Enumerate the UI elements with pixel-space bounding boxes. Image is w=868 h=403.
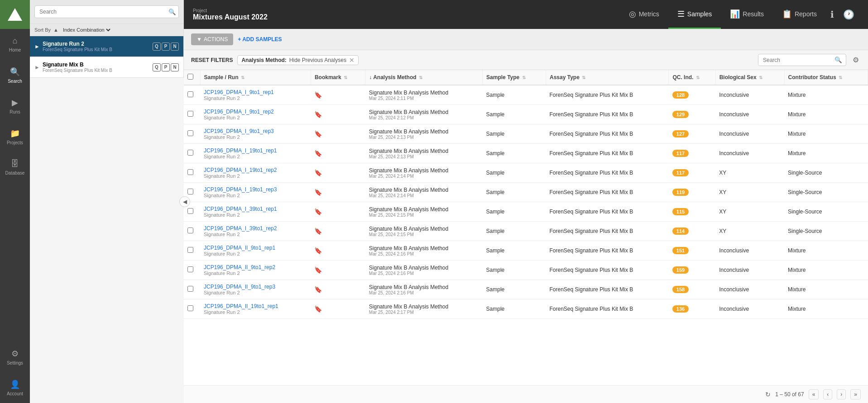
info-button[interactable]: ℹ	[826, 9, 839, 20]
sample-link[interactable]: JCP196_DPMA_I_39to1_rep2	[204, 225, 277, 232]
table-search-button[interactable]: 🔍	[831, 54, 846, 66]
nav-reports[interactable]: 📋 Reports	[773, 0, 826, 29]
bookmark-icon[interactable]: 🔖	[314, 286, 322, 293]
row-contributor-status: Single-Source	[784, 202, 868, 222]
sidebar-search-input[interactable]	[34, 5, 179, 18]
bookmark-icon[interactable]: 🔖	[314, 208, 322, 215]
sample-link[interactable]: JCP196_DPMA_I_19to1_rep1	[204, 147, 277, 154]
bookmark-icon[interactable]: 🔖	[314, 111, 322, 118]
row-analysis-method-name: Signature Mix B Analysis Method	[369, 187, 479, 193]
nav-results[interactable]: 📊 Results	[721, 0, 773, 29]
table-search-input[interactable]	[758, 55, 831, 66]
expand-button-1[interactable]: ►	[34, 43, 40, 50]
refresh-button[interactable]: ↻	[765, 391, 771, 398]
bookmark-icon[interactable]: 🔖	[314, 150, 322, 157]
pagination-prev-button[interactable]: ‹	[823, 389, 832, 399]
sample-link[interactable]: JCP196_DPMA_I_19to1_rep3	[204, 186, 277, 193]
row-contributor-status: Mixture	[784, 241, 868, 261]
sidebar-search-button[interactable]: 🔍	[168, 9, 176, 15]
nav-item-account[interactable]: 👤 Account	[0, 372, 30, 403]
row-assay-type: ForenSeq Signature Plus Kit Mix B	[546, 299, 669, 319]
row-checkbox[interactable]	[187, 247, 193, 253]
row-contributor-status: Single-Source	[784, 183, 868, 202]
history-button[interactable]: 🕐	[839, 9, 859, 20]
row-checkbox[interactable]	[187, 130, 193, 136]
nav-item-runs[interactable]: ▶ Runs	[0, 90, 30, 121]
add-samples-button[interactable]: + ADD SAMPLES	[238, 36, 282, 43]
nav-metrics[interactable]: ◎ Metrics	[620, 0, 668, 29]
col-qc-ind-sort-icon: ⇅	[696, 75, 700, 80]
row-contributor-status: Single-Source	[784, 163, 868, 183]
col-assay-type-label: Assay Type	[550, 74, 580, 81]
nav-item-settings[interactable]: ⚙ Settings	[0, 341, 30, 372]
nav-item-search[interactable]: 🔍 Search	[0, 60, 30, 90]
row-sample-cell: JCP196_DPMA_I_19to1_rep3 Signature Run 2	[200, 183, 311, 202]
row-checkbox[interactable]	[187, 228, 193, 233]
sample-link[interactable]: JCP196_DPMA_I_39to1_rep1	[204, 206, 277, 212]
q-badge-2: Q	[153, 63, 161, 71]
pagination-last-button[interactable]: »	[850, 389, 861, 399]
table-search-box: 🔍	[758, 54, 846, 66]
bookmark-icon[interactable]: 🔖	[314, 266, 322, 274]
row-checkbox-cell	[184, 124, 200, 144]
col-analysis-method-sort-icon: ⇅	[419, 75, 422, 80]
bookmark-icon[interactable]: 🔖	[314, 305, 322, 313]
col-bookmark[interactable]: Bookmark ⇅	[311, 70, 365, 85]
table-settings-button[interactable]: ⚙	[851, 54, 861, 66]
actions-button[interactable]: ▼ ACTIONS	[191, 33, 233, 45]
sample-link[interactable]: JCP196_DPMA_II_9to1_rep3	[204, 284, 275, 290]
row-checkbox[interactable]	[187, 286, 193, 292]
remove-filter-button[interactable]: ✕	[349, 57, 355, 63]
nav-samples[interactable]: ☰ Samples	[668, 0, 721, 29]
bookmark-icon[interactable]: 🔖	[314, 91, 322, 99]
sample-link[interactable]: JCP196_DPMA_II_9to1_rep2	[204, 264, 275, 270]
row-checkbox[interactable]	[187, 111, 193, 117]
bookmark-icon[interactable]: 🔖	[314, 189, 322, 196]
col-qc-ind[interactable]: QC. Ind. ⇅	[669, 70, 715, 85]
sort-select[interactable]: Index Combination	[61, 27, 112, 33]
row-checkbox[interactable]	[187, 266, 193, 272]
sample-link[interactable]: JCP196_DPMA_II_9to1_rep1	[204, 245, 275, 251]
row-analysis-method-date: Mar 25, 2024 2:16 PM	[369, 290, 479, 295]
expand-button-2[interactable]: ►	[34, 64, 40, 71]
bookmark-icon[interactable]: 🔖	[314, 130, 322, 137]
sample-link[interactable]: JCP196_DPMA_I_19to1_rep2	[204, 167, 277, 173]
row-checkbox[interactable]	[187, 150, 193, 156]
col-analysis-method-label: ↓ Analysis Method	[369, 74, 416, 81]
bookmark-icon[interactable]: 🔖	[314, 228, 322, 235]
collapse-sidebar-button[interactable]: ◀	[179, 196, 190, 207]
sidebar-item-signature-mix-b[interactable]: ► Signature Mix B ForenSeq Signature Plu…	[30, 57, 183, 78]
row-checkbox[interactable]	[187, 169, 193, 175]
pagination-first-button[interactable]: «	[809, 389, 819, 399]
nav-item-projects[interactable]: 📁 Projects	[0, 121, 30, 152]
col-analysis-method[interactable]: ↓ Analysis Method ⇅	[365, 70, 483, 85]
left-navigation: ⌂ Home 🔍 Search ▶ Runs 📁 Projects 🗄 Data…	[0, 0, 30, 403]
bookmark-icon[interactable]: 🔖	[314, 247, 322, 254]
row-checkbox[interactable]	[187, 305, 193, 311]
row-checkbox[interactable]	[187, 189, 193, 194]
select-all-checkbox[interactable]	[187, 74, 193, 80]
bookmark-icon[interactable]: 🔖	[314, 169, 322, 176]
row-checkbox[interactable]	[187, 91, 193, 97]
sidebar-item-signature-run-2[interactable]: ► Signature Run 2 ForenSeq Signature Plu…	[30, 36, 183, 57]
qc-badge: 159	[672, 266, 689, 274]
col-contributor-status[interactable]: Contributor Status ⇅	[784, 70, 868, 85]
row-checkbox[interactable]	[187, 208, 193, 214]
row-contributor-status: Mixture	[784, 105, 868, 124]
col-bookmark-sort-icon: ⇅	[344, 75, 347, 80]
col-sample-type[interactable]: Sample Type ⇅	[483, 70, 546, 85]
col-assay-type[interactable]: Assay Type ⇅	[546, 70, 669, 85]
row-analysis-method-cell: Signature Mix B Analysis Method Mar 25, …	[365, 299, 483, 319]
pagination-next-button[interactable]: ›	[837, 389, 846, 399]
nav-item-home[interactable]: ⌂ Home	[0, 29, 30, 60]
sample-link[interactable]: JCP196_DPMA_I_9to1_rep2	[204, 109, 274, 115]
sample-link[interactable]: JCP196_DPMA_I_9to1_rep3	[204, 128, 274, 134]
sample-link[interactable]: JCP196_DPMA_II_19to1_rep1	[204, 303, 278, 309]
col-biological-sex[interactable]: Biological Sex ⇅	[715, 70, 784, 85]
col-sample-run[interactable]: Sample / Run ⇅	[200, 70, 311, 85]
row-run: Signature Run 2	[204, 95, 307, 101]
reset-filters-button[interactable]: RESET FILTERS	[191, 57, 233, 63]
row-assay-type: ForenSeq Signature Plus Kit Mix B	[546, 241, 669, 261]
nav-item-database[interactable]: 🗄 Database	[0, 152, 30, 183]
sample-link[interactable]: JCP196_DPMA_I_9to1_rep1	[204, 89, 274, 95]
